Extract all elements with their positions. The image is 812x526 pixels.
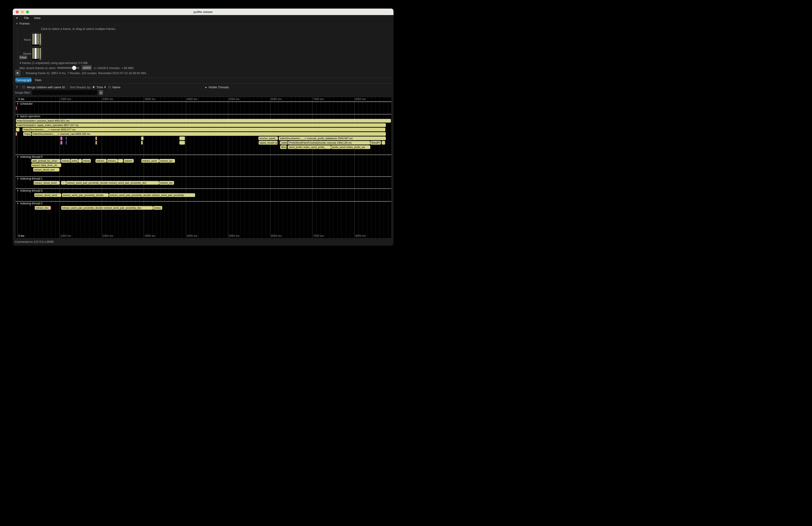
scope-bar[interactable]: IndexScheduler>::apply_index_operation 8… xyxy=(16,123,386,127)
max-frames-value[interactable]: 18000 xyxy=(82,65,92,70)
scope-bar[interactable] xyxy=(382,141,385,145)
scope-bar[interactable] xyxy=(78,159,82,163)
thread-header[interactable]: ▼indexing-thread:0 xyxy=(17,155,43,159)
visible-threads-header[interactable]: ▶Visible Threads xyxy=(205,86,229,89)
frame-bar-fill xyxy=(39,48,41,58)
minimize-button[interactable] xyxy=(21,11,24,13)
scope-bar[interactable]: extract_docid_wor xyxy=(33,168,59,172)
close-button[interactable] xyxy=(16,11,19,13)
scope-bar[interactable]: extract_word_pair_proximity_docids::extr… xyxy=(66,181,159,185)
radio-time[interactable] xyxy=(92,86,95,89)
scope-bar[interactable] xyxy=(60,159,61,163)
radio-name-label[interactable]: Name xyxy=(112,86,120,89)
scope-bar[interactable] xyxy=(16,132,17,136)
scope-bar[interactable]: extract::data_from_ob xyxy=(31,163,61,167)
grid-line xyxy=(30,97,30,238)
scope-bar[interactable]: IndexDocuments<_, _>::execute_raw 8459.1… xyxy=(32,132,386,136)
scope-bar[interactable]: extract_ xyxy=(96,159,106,163)
frame-bar-fill xyxy=(34,48,37,59)
scope-bar[interactable] xyxy=(66,141,67,145)
scope-bar[interactable]: receive_typed_ xyxy=(258,136,278,140)
help-button[interactable]: ? xyxy=(16,86,18,89)
scope-bar[interactable]: extrac xyxy=(153,206,162,210)
scope-bar[interactable]: typed_chunk::w xyxy=(259,141,278,145)
menu-file[interactable]: File xyxy=(24,16,29,20)
thread-header[interactable]: ▼indexing-thread:2 xyxy=(17,202,43,205)
scope-bar[interactable] xyxy=(62,181,62,185)
frame-info: Showing frame #2, 8957.4 ms, 7 threads, … xyxy=(26,71,147,75)
scope-bar[interactable] xyxy=(66,136,67,140)
scope-bar[interactable] xyxy=(179,136,185,140)
scope-bar[interactable]: extract_wo xyxy=(159,159,175,163)
scope-bar[interactable]: extract_docid_word xyxy=(33,181,60,185)
radio-time-label[interactable]: Time xyxy=(97,86,103,89)
scope-bar[interactable]: split_grenad_by_chun xyxy=(31,159,60,163)
scope-bar[interactable]: extract xyxy=(61,159,70,163)
slider-knob[interactable] xyxy=(72,65,76,70)
scope-bar[interactable] xyxy=(118,159,123,163)
merge-checkbox[interactable] xyxy=(22,86,25,89)
scope-bar[interactable]: IndexScheduler>::process_batch 8953.821 … xyxy=(16,119,391,122)
recent-thumbnail[interactable] xyxy=(31,33,42,46)
frame-bar[interactable] xyxy=(39,33,41,45)
zoom-button[interactable] xyxy=(26,11,29,13)
grid-line xyxy=(312,97,313,238)
frame-bar[interactable] xyxy=(37,33,39,45)
scope-bar[interactable]: word_prefix::index_word_prefix_ xyxy=(288,145,331,149)
slowest-thumbnail[interactable] xyxy=(31,47,42,61)
scope-bar[interactable]: extract xyxy=(124,159,134,163)
scope-bar[interactable]: prefix_word::index_prefix_wo xyxy=(331,145,370,149)
scope-bar[interactable]: extract_word_pair_proximity_docids::extr… xyxy=(61,206,153,210)
scope-bar[interactable] xyxy=(61,141,62,145)
scope-bar[interactable] xyxy=(179,141,185,145)
scope-bar[interactable]: Word xyxy=(280,145,287,149)
thread-header[interactable]: ▼scheduler xyxy=(17,102,33,105)
scope-bar[interactable]: extract_wo xyxy=(159,181,174,185)
scope-bar[interactable]: extract_ xyxy=(107,159,118,163)
axis-tick-label: 1000 ms xyxy=(60,98,71,101)
theme-toggle-icon[interactable]: ☀ xyxy=(16,16,18,20)
scope-bar[interactable] xyxy=(141,136,143,140)
scope-bar[interactable] xyxy=(96,141,97,145)
scope-bar[interactable]: extrac xyxy=(82,159,91,163)
scope-bar[interactable]: IndexDocuments<_, _>::execute_prefix_dat… xyxy=(279,136,386,140)
scope-bar[interactable] xyxy=(96,136,97,140)
scope-filter-input[interactable] xyxy=(32,90,97,95)
scope-bar[interactable] xyxy=(61,136,62,140)
clear-filter-button[interactable]: x xyxy=(99,90,103,95)
scope-bar[interactable]: extract_word xyxy=(141,159,159,163)
scope-bar[interactable]: IndexDocuments<_, _>::execute 8656.677 m… xyxy=(23,128,386,131)
scope-bar[interactable]: WordPr xyxy=(370,141,381,145)
clear-button[interactable]: Clear xyxy=(19,55,27,59)
scope-bar[interactable]: extract_word_pair_proximity_docids::extr… xyxy=(109,193,195,197)
scope-bar[interactable]: Trans xyxy=(23,132,31,136)
scope-bar[interactable]: PrefixWordPairsProximityDocids::execute … xyxy=(288,141,370,145)
thread-header[interactable]: ▼indexing-thread:3 xyxy=(17,189,43,192)
frame-bar[interactable] xyxy=(32,48,34,60)
scope-bar[interactable] xyxy=(16,106,17,110)
frames-section-header[interactable]: ▼Frames xyxy=(16,22,30,25)
scope-bar[interactable]: extract_word_pair_proximity_docids xyxy=(62,193,109,197)
scope-bar[interactable]: extract_docid_word xyxy=(34,193,61,197)
tab-stats[interactable]: Stats xyxy=(35,78,42,82)
frame-bar[interactable] xyxy=(32,33,34,45)
menu-view[interactable]: View xyxy=(34,16,41,20)
scope-bar[interactable] xyxy=(141,141,143,145)
frame-bar[interactable] xyxy=(39,48,41,60)
frame-bar[interactable] xyxy=(34,33,37,45)
thread-header[interactable]: ▼batch-operation xyxy=(17,115,40,118)
scope-bar[interactable]: extract_doc xyxy=(35,206,50,210)
thread-header[interactable]: ▼indexing-thread:1 xyxy=(17,177,43,180)
tab-flamegraph[interactable]: Flamegraph xyxy=(16,77,31,83)
scope-bar[interactable]: index xyxy=(280,141,288,145)
scope-bar[interactable] xyxy=(50,206,51,210)
flamegraph-canvas[interactable]: 0 ms0 ms1000 ms1000 ms2000 ms2000 ms3000… xyxy=(15,97,392,238)
scope-bar[interactable] xyxy=(16,128,19,131)
play-button[interactable]: ▶ xyxy=(15,70,20,76)
grid-line xyxy=(228,97,228,238)
scope-bar[interactable]: extra xyxy=(71,159,78,163)
radio-name[interactable] xyxy=(108,86,111,89)
frame-bar[interactable] xyxy=(34,48,37,60)
scope-bar[interactable] xyxy=(63,181,63,185)
frame-bar[interactable] xyxy=(37,48,39,60)
